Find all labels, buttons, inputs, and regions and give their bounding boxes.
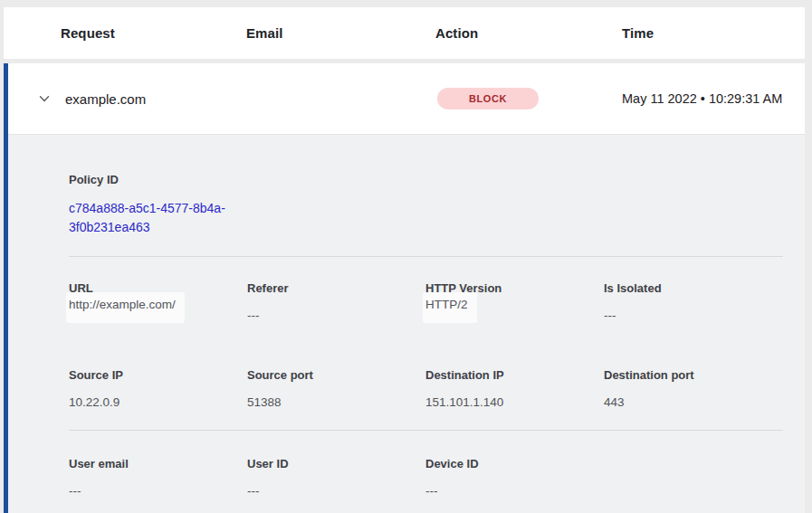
field-user-id: User ID --- bbox=[247, 457, 425, 499]
field-label: Referer bbox=[247, 281, 425, 296]
field-value: --- bbox=[247, 483, 425, 499]
field-value: --- bbox=[604, 308, 782, 323]
section-divider bbox=[69, 256, 783, 257]
field-destination-ip: Destination IP 151.101.1.140 bbox=[425, 368, 604, 410]
field-referer: Referer --- bbox=[247, 281, 425, 323]
field-destination-port: Destination port 443 bbox=[604, 368, 782, 410]
section-divider bbox=[69, 430, 783, 431]
action-badge: BLOCK bbox=[437, 88, 539, 109]
log-detail-panel: Policy ID c784a888-a5c1-4577-8b4a-3f0b23… bbox=[8, 134, 805, 513]
field-label: Destination IP bbox=[425, 368, 604, 383]
field-value: 151.101.1.140 bbox=[425, 394, 604, 410]
field-source-ip: Source IP 10.22.0.9 bbox=[69, 368, 247, 410]
column-header-time: Time bbox=[622, 25, 805, 41]
field-value: 10.22.0.9 bbox=[69, 394, 247, 410]
column-header-request: Request bbox=[61, 25, 246, 41]
field-value: --- bbox=[425, 483, 604, 499]
field-value: --- bbox=[247, 308, 425, 323]
field-label: Is Isolated bbox=[604, 281, 782, 296]
row-time-value: May 11 2022 • 10:29:31 AM bbox=[622, 89, 785, 109]
field-value: HTTP/2 bbox=[423, 292, 477, 323]
field-label: Source IP bbox=[69, 368, 247, 383]
collapse-row-button[interactable] bbox=[33, 88, 55, 109]
table-header-row: Request Email Action Time bbox=[4, 7, 805, 59]
column-header-action: Action bbox=[435, 25, 622, 41]
field-value: 51388 bbox=[247, 394, 425, 410]
user-detail-grid: User email --- User ID --- Device ID --- bbox=[69, 457, 783, 499]
request-detail-grid: URL http://example.com/ Referer --- HTTP… bbox=[69, 281, 783, 410]
field-is-isolated: Is Isolated --- bbox=[604, 281, 782, 323]
expanded-log-entry: example.com BLOCK May 11 2022 • 10:29:31… bbox=[4, 63, 805, 513]
field-value: http://example.com/ bbox=[66, 292, 185, 323]
field-device-id: Device ID --- bbox=[425, 457, 604, 499]
field-value: --- bbox=[69, 483, 247, 499]
field-label: Source port bbox=[247, 368, 425, 383]
field-label: User ID bbox=[247, 457, 425, 471]
row-action-cell: BLOCK bbox=[435, 88, 622, 109]
column-header-email: Email bbox=[246, 25, 435, 41]
policy-section: Policy ID c784a888-a5c1-4577-8b4a-3f0b23… bbox=[69, 173, 783, 237]
field-url: URL http://example.com/ bbox=[69, 281, 247, 323]
field-label: User email bbox=[69, 457, 247, 471]
field-label: Destination port bbox=[604, 368, 782, 383]
policy-id-label: Policy ID bbox=[69, 173, 783, 187]
log-viewer-page: Request Email Action Time example.com BL… bbox=[0, 0, 812, 513]
field-source-port: Source port 51388 bbox=[247, 368, 425, 410]
log-table-card: Request Email Action Time example.com BL… bbox=[4, 7, 805, 513]
field-http-version: HTTP Version HTTP/2 bbox=[425, 281, 604, 323]
log-row[interactable]: example.com BLOCK May 11 2022 • 10:29:31… bbox=[8, 63, 805, 134]
chevron-down-icon bbox=[37, 91, 52, 106]
policy-id-link[interactable]: c784a888-a5c1-4577-8b4a-3f0b231ea463 bbox=[69, 199, 250, 237]
row-request-value: example.com bbox=[65, 91, 246, 107]
field-user-email: User email --- bbox=[69, 457, 247, 499]
field-value: 443 bbox=[604, 394, 782, 410]
field-label: Device ID bbox=[425, 457, 604, 471]
